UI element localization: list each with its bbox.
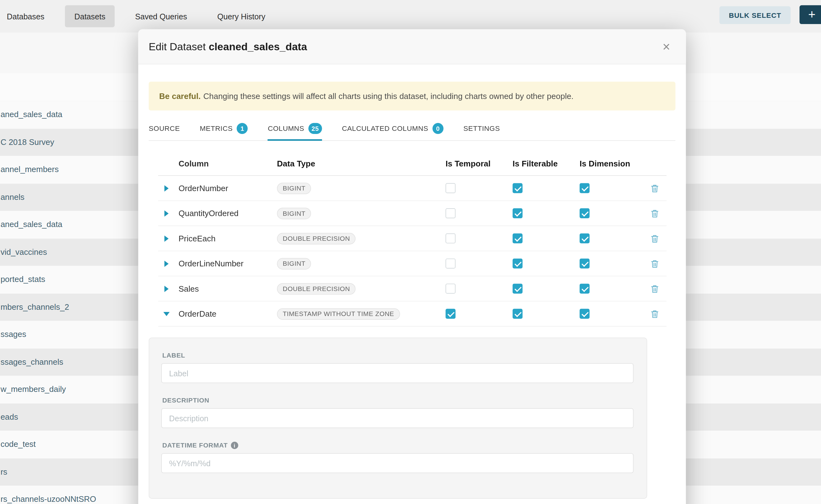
dataset-link[interactable]: annels: [0, 192, 24, 202]
is-temporal-checkbox[interactable]: [446, 183, 456, 193]
tab-columns[interactable]: COLUMNS25: [268, 118, 322, 141]
modal-title-dataset: cleaned_sales_data: [209, 41, 307, 52]
dataset-link[interactable]: rs: [0, 467, 7, 477]
expand-caret-icon[interactable]: [164, 185, 168, 191]
delete-column-icon[interactable]: [650, 284, 659, 293]
column-row: QuantityOrderedBIGINT: [158, 201, 666, 226]
column-detail-panel: LABEL DESCRIPTION DATETIME FORMAT i: [149, 338, 647, 499]
top-nav: Databases Datasets Saved Queries Query H…: [0, 0, 821, 33]
is-filterable-checkbox[interactable]: [513, 284, 523, 294]
is-filterable-checkbox[interactable]: [513, 183, 523, 193]
dataset-link[interactable]: mbers_channels_2: [0, 302, 69, 312]
tab-count-badge: 25: [308, 123, 322, 134]
dataset-link[interactable]: vid_vaccines: [0, 247, 47, 257]
collapse-caret-icon[interactable]: [163, 312, 170, 316]
dataset-link[interactable]: annel_members: [0, 165, 59, 174]
is-filterable-checkbox[interactable]: [513, 309, 523, 319]
header-is-filterable: Is Filterable: [509, 159, 576, 169]
expand-caret-icon[interactable]: [164, 210, 168, 216]
delete-column-icon[interactable]: [650, 183, 659, 193]
description-field: DESCRIPTION: [161, 397, 647, 428]
close-icon[interactable]: ×: [663, 40, 670, 53]
tab-label: METRICS: [200, 125, 232, 132]
is-temporal-checkbox[interactable]: [446, 233, 456, 243]
modal-body: Be careful. Changing these settings will…: [138, 82, 686, 499]
columns-table-header: Column Data Type Is Temporal Is Filterab…: [158, 152, 666, 176]
is-dimension-checkbox[interactable]: [580, 208, 590, 218]
warning-text: Changing these settings will affect all …: [203, 91, 574, 101]
tab-settings[interactable]: SETTINGS: [463, 118, 500, 141]
is-temporal-checkbox[interactable]: [446, 284, 456, 294]
column-row: OrderDateTIMESTAMP WITHOUT TIME ZONE: [158, 301, 666, 326]
is-dimension-checkbox[interactable]: [580, 309, 590, 319]
dataset-link[interactable]: ssages: [0, 330, 26, 339]
plus-icon: +: [808, 5, 815, 24]
dataset-link[interactable]: code_test: [0, 440, 36, 449]
add-dataset-button[interactable]: +: [799, 5, 821, 24]
is-filterable-checkbox[interactable]: [513, 233, 523, 243]
nav-tab-databases[interactable]: Databases: [7, 0, 44, 32]
delete-column-icon[interactable]: [650, 259, 659, 268]
warning-banner: Be careful. Changing these settings will…: [149, 82, 675, 110]
dataset-link[interactable]: C 2018 Survey: [0, 137, 54, 147]
dataset-link[interactable]: ssages_channels: [0, 357, 63, 367]
description-field-label: DESCRIPTION: [162, 397, 647, 404]
header-is-dimension: Is Dimension: [576, 159, 643, 169]
edit-dataset-modal: Edit Dataset cleaned_sales_data × Be car…: [138, 29, 686, 504]
data-type-pill: TIMESTAMP WITHOUT TIME ZONE: [277, 308, 400, 319]
header-is-temporal: Is Temporal: [442, 159, 509, 169]
tab-calculated-columns[interactable]: CALCULATED COLUMNS0: [342, 118, 443, 141]
label-input[interactable]: [161, 363, 634, 383]
column-row: PriceEachDOUBLE PRECISION: [158, 226, 666, 251]
tab-label: SETTINGS: [463, 125, 500, 132]
dataset-link[interactable]: aned_sales_data: [0, 110, 62, 119]
column-row: OrderNumberBIGINT: [158, 176, 666, 201]
is-filterable-checkbox[interactable]: [513, 208, 523, 218]
nav-tab-datasets[interactable]: Datasets: [65, 5, 115, 27]
delete-column-icon[interactable]: [650, 209, 659, 218]
dataset-link[interactable]: rs_channels-uzooNNtSRO: [0, 495, 96, 504]
delete-column-icon[interactable]: [650, 309, 659, 319]
is-filterable-checkbox[interactable]: [513, 259, 523, 269]
is-temporal-checkbox[interactable]: [446, 259, 456, 269]
data-type-pill: BIGINT: [277, 182, 311, 194]
info-icon[interactable]: i: [231, 442, 238, 449]
tab-count-badge: 1: [237, 123, 248, 134]
dataset-link[interactable]: eads: [0, 412, 18, 422]
is-dimension-checkbox[interactable]: [580, 259, 590, 269]
is-dimension-checkbox[interactable]: [580, 233, 590, 243]
is-dimension-checkbox[interactable]: [580, 183, 590, 193]
nav-tab-saved-queries[interactable]: Saved Queries: [135, 0, 187, 32]
is-dimension-checkbox[interactable]: [580, 284, 590, 294]
dataset-link[interactable]: w_members_daily: [0, 385, 66, 394]
tab-source[interactable]: SOURCE: [149, 118, 180, 141]
expand-caret-icon[interactable]: [164, 260, 168, 267]
datetime-format-field: DATETIME FORMAT i: [161, 442, 647, 473]
column-row: SalesDOUBLE PRECISION: [158, 276, 666, 301]
column-name: OrderLineNumber: [179, 259, 244, 268]
expand-caret-icon[interactable]: [164, 235, 168, 241]
column-name: Sales: [179, 284, 199, 293]
tab-metrics[interactable]: METRICS1: [200, 118, 248, 141]
columns-table-body: OrderNumberBIGINTQuantityOrderedBIGINTPr…: [158, 176, 666, 327]
data-type-pill: DOUBLE PRECISION: [277, 233, 356, 244]
bulk-select-button[interactable]: BULK SELECT: [720, 6, 791, 24]
columns-table: Column Data Type Is Temporal Is Filterab…: [158, 152, 666, 327]
datetime-format-input[interactable]: [161, 453, 634, 473]
tab-count-badge: 0: [433, 123, 443, 134]
expand-caret-icon[interactable]: [164, 285, 168, 292]
modal-tabs: SOURCEMETRICS1COLUMNS25CALCULATED COLUMN…: [149, 118, 675, 141]
delete-column-icon[interactable]: [650, 234, 659, 243]
column-name: OrderDate: [179, 309, 216, 319]
is-temporal-checkbox[interactable]: [446, 208, 456, 218]
tab-label: COLUMNS: [268, 125, 304, 132]
label-field: LABEL: [161, 352, 647, 383]
dataset-link[interactable]: ported_stats: [0, 275, 45, 284]
column-row: OrderLineNumberBIGINT: [158, 251, 666, 276]
nav-tab-query-history[interactable]: Query History: [217, 0, 265, 32]
dataset-link[interactable]: aned_sales_data: [0, 220, 62, 229]
data-type-pill: DOUBLE PRECISION: [277, 283, 356, 294]
description-input[interactable]: [161, 408, 634, 428]
is-temporal-checkbox[interactable]: [446, 309, 456, 319]
header-data-type: Data Type: [273, 159, 442, 169]
